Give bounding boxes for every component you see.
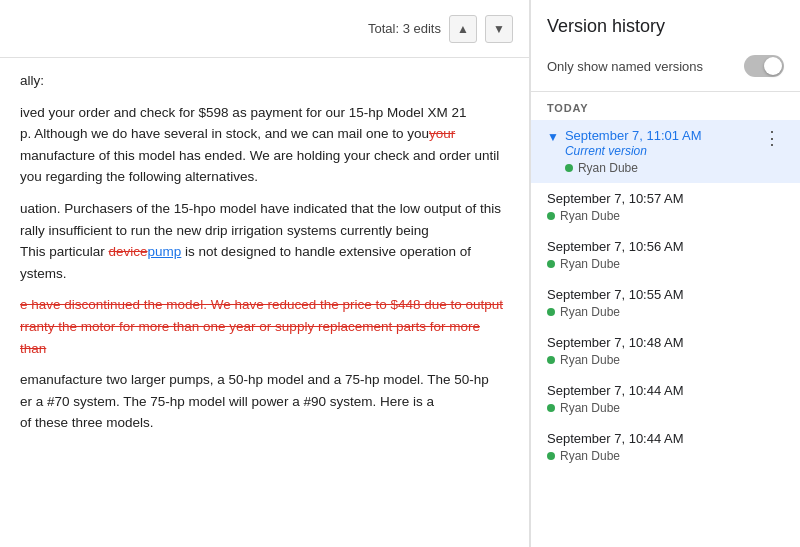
version-time-6: September 7, 10:44 AM [547, 383, 784, 398]
strikethrough-text-2: rranty the motor for more than one year … [20, 319, 480, 356]
version-user-row-1: Ryan Dube [565, 161, 760, 175]
version-item-5[interactable]: September 7, 10:48 AM Ryan Dube [531, 327, 800, 375]
version-item-content-3: September 7, 10:56 AM Ryan Dube [547, 239, 784, 271]
version-history-title: Version history [547, 16, 784, 37]
user-dot-7 [547, 452, 555, 460]
version-history-panel: Version history Only show named versions… [530, 0, 800, 547]
version-item-4[interactable]: September 7, 10:55 AM Ryan Dube [531, 279, 800, 327]
version-item-content-7: September 7, 10:44 AM Ryan Dube [547, 431, 784, 463]
version-time-5: September 7, 10:48 AM [547, 335, 784, 350]
version-time-1: September 7, 11:01 AM [565, 128, 760, 143]
doc-paragraph-3: uation. Purchasers of the 15-hpo model h… [20, 198, 509, 284]
version-item-content-6: September 7, 10:44 AM Ryan Dube [547, 383, 784, 415]
version-item-3[interactable]: September 7, 10:56 AM Ryan Dube [531, 231, 800, 279]
user-dot-2 [547, 212, 555, 220]
version-menu-button-1[interactable]: ⋮ [760, 126, 784, 150]
chevron-down-icon: ▼ [493, 22, 505, 36]
doc-toolbar: Total: 3 edits ▲ ▼ [0, 0, 529, 58]
version-user-row-5: Ryan Dube [547, 353, 784, 367]
version-user-row-2: Ryan Dube [547, 209, 784, 223]
version-item-content-current: September 7, 11:01 AM Current version Ry… [565, 128, 760, 175]
version-time-2: September 7, 10:57 AM [547, 191, 784, 206]
nav-up-button[interactable]: ▲ [449, 15, 477, 43]
user-dot-4 [547, 308, 555, 316]
version-user-row-4: Ryan Dube [547, 305, 784, 319]
nav-down-button[interactable]: ▼ [485, 15, 513, 43]
toolbar-right: Total: 3 edits ▲ ▼ [368, 15, 513, 43]
document-area: Total: 3 edits ▲ ▼ ally: ived your order… [0, 0, 530, 547]
named-versions-row: Only show named versions [547, 49, 784, 83]
doc-paragraph-2: ived your order and check for $598 as pa… [20, 102, 509, 188]
version-item-content-5: September 7, 10:48 AM Ryan Dube [547, 335, 784, 367]
total-edits-label: Total: 3 edits [368, 21, 441, 36]
strikethrough-text-1: e have discontinued the model. We have r… [20, 297, 503, 312]
version-time-3: September 7, 10:56 AM [547, 239, 784, 254]
version-user-row-3: Ryan Dube [547, 257, 784, 271]
deleted-text-your: your [429, 126, 455, 141]
version-user-5: Ryan Dube [560, 353, 620, 367]
version-user-1: Ryan Dube [578, 161, 638, 175]
chevron-up-icon: ▲ [457, 22, 469, 36]
version-item-6[interactable]: September 7, 10:44 AM Ryan Dube [531, 375, 800, 423]
version-time-7: September 7, 10:44 AM [547, 431, 784, 446]
version-user-row-6: Ryan Dube [547, 401, 784, 415]
version-item-7[interactable]: September 7, 10:44 AM Ryan Dube [531, 423, 800, 471]
version-item-2[interactable]: September 7, 10:57 AM Ryan Dube [531, 183, 800, 231]
user-dot-1 [565, 164, 573, 172]
version-arrow-icon: ▼ [547, 130, 559, 144]
version-user-row-7: Ryan Dube [547, 449, 784, 463]
version-header: Version history Only show named versions [531, 0, 800, 92]
user-dot-5 [547, 356, 555, 364]
doc-paragraph-4: e have discontinued the model. We have r… [20, 294, 509, 359]
version-user-3: Ryan Dube [560, 257, 620, 271]
version-item-content-4: September 7, 10:55 AM Ryan Dube [547, 287, 784, 319]
version-user-2: Ryan Dube [560, 209, 620, 223]
version-list: TODAY ▼ September 7, 11:01 AM Current ve… [531, 92, 800, 547]
doc-paragraph-1: ally: [20, 70, 509, 92]
doc-paragraph-5: emanufacture two larger pumps, a 50-hp m… [20, 369, 509, 434]
named-versions-label: Only show named versions [547, 59, 703, 74]
version-item-content-2: September 7, 10:57 AM Ryan Dube [547, 191, 784, 223]
version-user-4: Ryan Dube [560, 305, 620, 319]
document-content: ally: ived your order and check for $598… [0, 58, 529, 456]
inserted-text-pump: pump [148, 244, 182, 259]
version-time-4: September 7, 10:55 AM [547, 287, 784, 302]
user-dot-6 [547, 404, 555, 412]
version-current-label: Current version [565, 144, 760, 158]
version-user-7: Ryan Dube [560, 449, 620, 463]
user-dot-3 [547, 260, 555, 268]
named-versions-toggle[interactable] [744, 55, 784, 77]
version-item-current[interactable]: ▼ September 7, 11:01 AM Current version … [531, 120, 800, 183]
deleted-text-device: device [109, 244, 148, 259]
version-user-6: Ryan Dube [560, 401, 620, 415]
today-section-header: TODAY [531, 92, 800, 120]
